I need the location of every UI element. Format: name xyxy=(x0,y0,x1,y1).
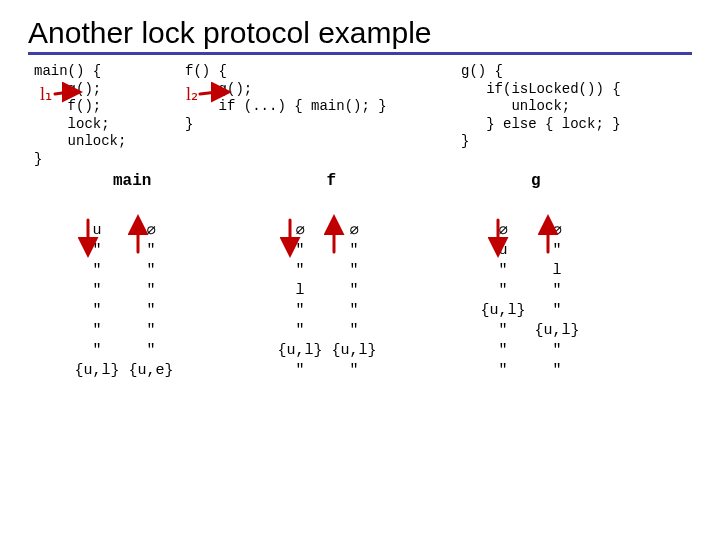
table-f: ∅∅ ″″ ″″ l″ ″″ ″″ {u,l}{u,l} ″″ xyxy=(273,220,381,380)
table-row: {u,l}{u,l} xyxy=(273,340,381,360)
table-row: ″″ xyxy=(273,360,381,380)
code-f: f() { g(); if (...) { main(); } } xyxy=(185,63,455,168)
table-row: ″″ xyxy=(70,280,178,300)
code-main: main() { g(); f(); lock; unlock; } xyxy=(34,63,179,168)
title-rule xyxy=(28,52,692,55)
table-row: ″″ xyxy=(476,340,584,360)
label-f: f xyxy=(326,172,336,190)
table-row: ″″ xyxy=(70,300,178,320)
table-row: {u,l}{u,e} xyxy=(70,360,178,380)
label-main: main xyxy=(113,172,151,190)
table-row: ″″ xyxy=(273,240,381,260)
table-row: ″{u,l} xyxy=(476,320,584,340)
table-row: ″″ xyxy=(476,280,584,300)
table-row: u″ xyxy=(476,240,584,260)
column-labels: main f g xyxy=(28,172,692,190)
table-row: ″″ xyxy=(70,260,178,280)
table-row: l″ xyxy=(273,280,381,300)
table-row: ″″ xyxy=(70,340,178,360)
table-row: ″″ xyxy=(273,300,381,320)
table-row: ″″ xyxy=(273,260,381,280)
table-main: u∅ ″″ ″″ ″″ ″″ ″″ ″″ {u,l}{u,e} xyxy=(70,220,178,380)
code-g: g() { if(isLocked()) { unlock; } else { … xyxy=(461,63,691,168)
table-row: ∅∅ xyxy=(476,220,584,240)
table-row: ″″ xyxy=(273,320,381,340)
table-row: ∅∅ xyxy=(273,220,381,240)
table-row: {u,l}″ xyxy=(476,300,584,320)
dataflow-tables: u∅ ″″ ″″ ″″ ″″ ″″ ″″ {u,l}{u,e} ∅∅ ″″ ″″… xyxy=(70,220,692,380)
table-row: ″″ xyxy=(476,360,584,380)
slide-title: Another lock protocol example xyxy=(28,16,692,50)
table-row: u∅ xyxy=(70,220,178,240)
label-g: g xyxy=(531,172,541,190)
table-row: ″″ xyxy=(70,320,178,340)
table-row: ″l xyxy=(476,260,584,280)
table-row: ″″ xyxy=(70,240,178,260)
table-g: ∅∅ u″ ″l ″″ {u,l}″ ″{u,l} ″″ ″″ xyxy=(476,220,584,380)
code-area: main() { g(); f(); lock; unlock; } f() {… xyxy=(34,63,692,168)
